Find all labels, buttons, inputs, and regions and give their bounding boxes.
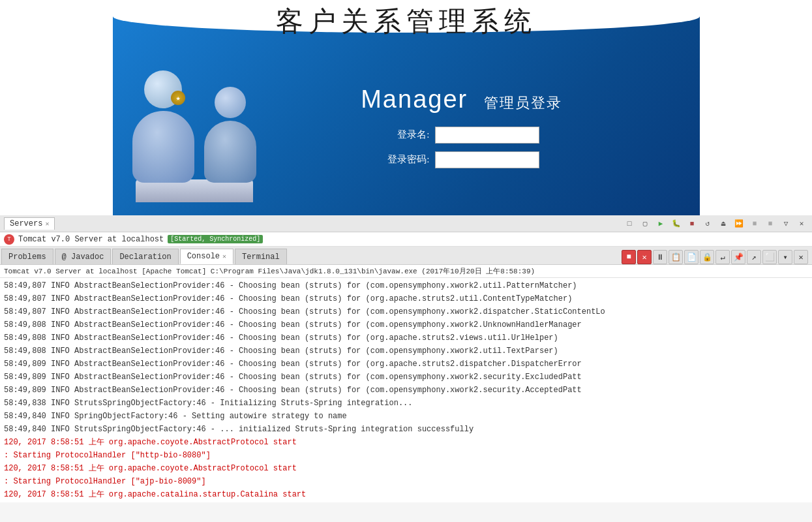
app-banner: 客户关系管理系统 ★ bbox=[0, 0, 812, 215]
tabs-right-icons: ■ ✕ ⏸ 📋 📄 🔒 ↵ 📌 ↗ ⬜ ▾ ✕ bbox=[622, 250, 811, 264]
person-body-front bbox=[132, 111, 194, 183]
manager-label: Manager bbox=[361, 85, 468, 113]
debug-icon[interactable]: 🐛 bbox=[670, 218, 683, 230]
log-line: 58:49,838 INFO StrutsSpringObjectFactory… bbox=[0, 397, 812, 410]
tab-terminal-label: Terminal bbox=[242, 253, 280, 262]
log-line: 58:49,809 INFO AbstractBeanSelectionProv… bbox=[0, 384, 812, 397]
log-line: 58:49,840 INFO StrutsSpringObjectFactory… bbox=[0, 423, 812, 436]
server-info-line: Tomcat v7.0 Server at localhost [Apache … bbox=[0, 265, 812, 278]
console-expand-icon[interactable]: ⬜ bbox=[762, 250, 777, 264]
tabs-bar: Problems @ Javadoc Declaration Console ✕… bbox=[0, 247, 812, 265]
log-line: 58:49,840 INFO SpringObjectFactory:46 - … bbox=[0, 410, 812, 423]
console-paste-icon[interactable]: 📄 bbox=[684, 250, 699, 264]
log-line: 58:49,808 INFO AbstractBeanSelectionProv… bbox=[0, 331, 812, 345]
login-area: Manager 管理员登录 登录名: 登录密码: bbox=[276, 85, 700, 176]
stop-icon[interactable]: ■ bbox=[685, 218, 699, 230]
servers-tab-close-icon[interactable]: ✕ bbox=[45, 220, 49, 228]
servers-tab[interactable]: Servers ✕ bbox=[4, 217, 55, 230]
restart-icon[interactable]: ↺ bbox=[701, 218, 714, 230]
console-stop-icon[interactable]: ✕ bbox=[637, 250, 652, 264]
banner-title-area: 客户关系管理系统 bbox=[113, 3, 700, 40]
avatar-area: ★ bbox=[113, 52, 276, 209]
log-line: 120, 2017 8:58:51 上午 org.apache.coyote.A… bbox=[0, 462, 812, 475]
log-line: 120, 2017 8:58:51 上午 org.apache.catalina… bbox=[0, 488, 812, 501]
disconnect-icon[interactable]: ⏏ bbox=[717, 218, 730, 230]
server-info-text: Tomcat v7.0 Server at localhost [Apache … bbox=[4, 266, 535, 276]
tab-declaration[interactable]: Declaration bbox=[112, 249, 178, 264]
publish-icon[interactable]: ⏩ bbox=[732, 218, 745, 230]
servers-menu2-icon[interactable]: ≡ bbox=[764, 218, 777, 230]
username-label: 登录名: bbox=[384, 129, 430, 141]
minimize-icon[interactable]: □ bbox=[623, 218, 636, 230]
password-label: 登录密码: bbox=[384, 153, 430, 166]
maximize-icon[interactable]: ▢ bbox=[639, 218, 652, 230]
log-line: 58:49,808 INFO AbstractBeanSelectionProv… bbox=[0, 318, 812, 331]
servers-icons: □ ▢ ▶ 🐛 ■ ↺ ⏏ ⏩ ≡ ≡ ▽ ✕ bbox=[623, 218, 808, 230]
console-pin-icon[interactable]: 📌 bbox=[731, 250, 745, 264]
servers-close-icon[interactable]: ✕ bbox=[795, 218, 808, 230]
person-head-front: ★ bbox=[144, 70, 182, 108]
admin-label: 管理员登录 bbox=[484, 95, 562, 111]
banner-container: 客户关系管理系统 ★ bbox=[113, 0, 700, 215]
person-front: ★ bbox=[132, 70, 194, 183]
tab-javadoc[interactable]: @ Javadoc bbox=[55, 249, 112, 264]
tomcat-label: Tomcat v7.0 Server at localhost bbox=[18, 235, 164, 244]
tomcat-status: [Started, Synchronized] bbox=[168, 235, 263, 243]
console-pause-icon[interactable]: ⏸ bbox=[653, 250, 667, 264]
app-title: 客户关系管理系统 bbox=[113, 3, 700, 40]
console-wrapper[interactable]: 58:49,807 INFO AbstractBeanSelectionProv… bbox=[0, 278, 812, 522]
log-line: 58:49,808 INFO AbstractBeanSelectionProv… bbox=[0, 345, 812, 358]
log-line: 58:49,807 INFO AbstractBeanSelectionProv… bbox=[0, 279, 812, 292]
console-copy-icon[interactable]: 📋 bbox=[669, 250, 683, 264]
console-area: 58:49,807 INFO AbstractBeanSelectionProv… bbox=[0, 278, 812, 502]
tab-problems-label: Problems bbox=[8, 253, 46, 262]
console-menu-icon[interactable]: ▾ bbox=[778, 250, 792, 264]
password-row: 登录密码: bbox=[384, 151, 539, 168]
servers-tab-label: Servers bbox=[10, 219, 42, 228]
log-line: : Starting ProtocolHandler ["ajp-bio-800… bbox=[0, 475, 812, 488]
log-line: : Starting ProtocolHandler ["http-bio-80… bbox=[0, 449, 812, 462]
person-body-back bbox=[204, 121, 256, 183]
tab-console[interactable]: Console ✕ bbox=[180, 249, 233, 264]
console-clear-icon[interactable]: ■ bbox=[622, 250, 636, 264]
console-open-icon[interactable]: ↗ bbox=[747, 250, 761, 264]
ide-area: Servers ✕ □ ▢ ▶ 🐛 ■ ↺ ⏏ ⏩ ≡ ≡ ▽ ✕ T Tomc… bbox=[0, 215, 812, 522]
username-row: 登录名: bbox=[384, 127, 539, 144]
password-input[interactable] bbox=[435, 151, 539, 168]
log-line: 58:49,809 INFO AbstractBeanSelectionProv… bbox=[0, 371, 812, 384]
manager-title: Manager 管理员登录 bbox=[361, 85, 562, 114]
people-icon: ★ bbox=[123, 52, 266, 202]
person-back bbox=[204, 87, 256, 183]
console-close2-icon[interactable]: ✕ bbox=[794, 250, 808, 264]
person-head-back bbox=[215, 87, 246, 118]
log-line: 58:49,807 INFO AbstractBeanSelectionProv… bbox=[0, 305, 812, 318]
tomcat-row: T Tomcat v7.0 Server at localhost [Start… bbox=[0, 232, 812, 247]
star-badge: ★ bbox=[171, 91, 185, 105]
servers-dropdown-icon[interactable]: ▽ bbox=[779, 218, 792, 230]
tab-console-close-icon[interactable]: ✕ bbox=[222, 253, 226, 260]
book-icon bbox=[136, 179, 253, 202]
tab-problems[interactable]: Problems bbox=[1, 249, 53, 264]
tab-console-label: Console bbox=[187, 252, 220, 261]
tab-declaration-label: Declaration bbox=[119, 253, 171, 262]
servers-header: Servers ✕ □ ▢ ▶ 🐛 ■ ↺ ⏏ ⏩ ≡ ≡ ▽ ✕ bbox=[0, 215, 812, 232]
servers-menu1-icon[interactable]: ≡ bbox=[748, 218, 761, 230]
tab-javadoc-label: @ Javadoc bbox=[62, 253, 104, 262]
log-line: 120, 2017 8:58:51 上午 org.apache.coyote.A… bbox=[0, 436, 812, 449]
console-wrap-icon[interactable]: ↵ bbox=[715, 250, 730, 264]
console-scroll-lock-icon[interactable]: 🔒 bbox=[700, 250, 714, 264]
log-line: 58:49,809 INFO AbstractBeanSelectionProv… bbox=[0, 358, 812, 371]
banner-content: ★ Manager 管理员登录 登录名: 登录密码: bbox=[113, 46, 700, 215]
username-input[interactable] bbox=[435, 127, 539, 144]
tomcat-icon: T bbox=[4, 234, 14, 245]
tab-terminal[interactable]: Terminal bbox=[235, 249, 287, 264]
log-line: 58:49,807 INFO AbstractBeanSelectionProv… bbox=[0, 292, 812, 305]
start-server-icon[interactable]: ▶ bbox=[654, 218, 667, 230]
